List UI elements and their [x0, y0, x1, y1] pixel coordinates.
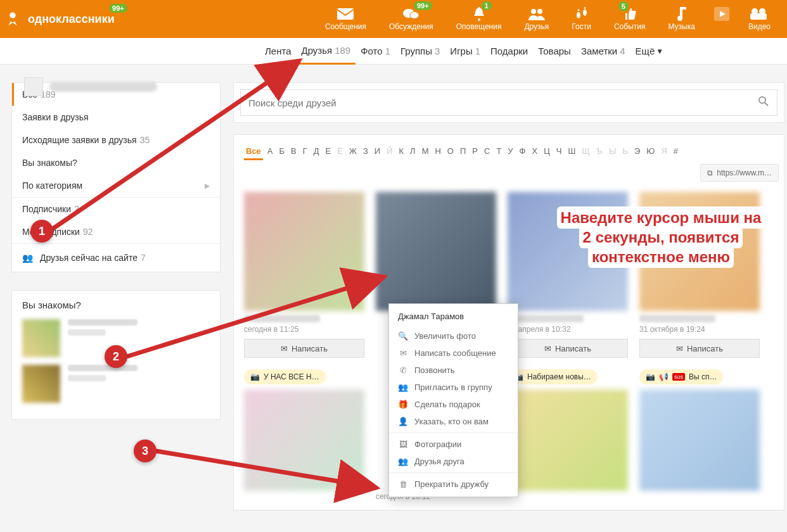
- nav-label: Обсуждения: [389, 22, 433, 31]
- familiar-suggestion[interactable]: [22, 319, 210, 357]
- write-button[interactable]: ✉Написать: [639, 339, 760, 358]
- tab-goods[interactable]: Товары: [533, 38, 576, 65]
- sidebar-item-my-subs[interactable]: Мои подписки92: [12, 220, 220, 243]
- ctx-unfriend[interactable]: 🗑Прекратить дружбу: [389, 476, 518, 493]
- friend-card[interactable]: сегодня в 11:25 ✉Написать 📷У НАС ВСЕ Н…: [244, 192, 364, 501]
- search-field[interactable]: [240, 89, 777, 116]
- group-icon: 👥: [398, 383, 408, 392]
- alpha-letter[interactable]: С: [482, 144, 492, 160]
- alpha-letter: Ы: [607, 144, 618, 160]
- play-icon: [713, 7, 731, 21]
- envelope-icon: ✉: [398, 348, 408, 358]
- friend-card[interactable]: 20 апреля в 10:32 ✉Написать 📷Набираем но…: [508, 192, 628, 501]
- tab-notes[interactable]: Заметки4: [576, 38, 630, 65]
- ctx-relation[interactable]: 👤Указать, кто он вам: [389, 413, 518, 430]
- alpha-letter[interactable]: Ч: [554, 144, 564, 160]
- alpha-letter[interactable]: Все: [244, 144, 263, 160]
- profile-mini[interactable]: [24, 77, 157, 96]
- tab-more[interactable]: Ещё▼: [630, 38, 669, 65]
- alpha-letter[interactable]: О: [445, 144, 456, 160]
- alpha-letter[interactable]: И: [373, 144, 382, 160]
- alpha-letter[interactable]: А: [266, 144, 275, 160]
- alpha-letter[interactable]: Э: [632, 144, 642, 160]
- avatar: [22, 319, 60, 357]
- avatar: [22, 365, 60, 403]
- sidebar-item-familiar[interactable]: Вы знакомы?: [12, 151, 220, 174]
- ctx-write-msg[interactable]: ✉Написать сообщение: [389, 345, 518, 362]
- nav-play[interactable]: [707, 3, 737, 35]
- ctx-friends-of-friend[interactable]: 👥Друзья друга: [389, 453, 518, 470]
- ctx-gift[interactable]: 🎁Сделать подарок: [389, 396, 518, 413]
- alpha-letter: Я: [659, 144, 669, 160]
- photos-icon: 🖼: [398, 440, 408, 449]
- sidebar-item-categories[interactable]: По категориям▶: [12, 174, 220, 197]
- alpha-letter[interactable]: Ш: [566, 144, 577, 160]
- alpha-letter: Ъ: [594, 144, 605, 160]
- alpha-letter[interactable]: Д: [312, 144, 321, 160]
- svg-point-7: [577, 12, 580, 18]
- profile-name-blur: [49, 82, 157, 92]
- ctx-call[interactable]: ✆Позвонить: [389, 362, 518, 379]
- tab-games[interactable]: Игры1: [445, 38, 485, 65]
- friends-list-block: ВсеАБВГДЕЁЖЗИЙКЛМНОПРСТУФХЦЧШЩЪЫЬЭЮЯ# ⧉ …: [233, 134, 784, 510]
- alpha-letter[interactable]: #: [672, 144, 680, 160]
- alpha-letter: Ё: [335, 144, 345, 160]
- alpha-letter[interactable]: У: [506, 144, 515, 160]
- tab-friends[interactable]: Друзья189: [297, 38, 356, 65]
- ctx-invite-group[interactable]: 👥Пригласить в группу: [389, 379, 518, 396]
- alpha-letter[interactable]: М: [420, 144, 431, 160]
- status-pill[interactable]: 📷Набираем новы…: [508, 369, 598, 384]
- svg-point-6: [537, 9, 542, 14]
- sidebar-item-subscribers[interactable]: Подписчики2: [12, 198, 220, 220]
- ctx-photos[interactable]: 🖼Фотографии: [389, 436, 518, 453]
- nav-music[interactable]: Музыка: [656, 3, 706, 35]
- envelope-icon: ✉: [281, 344, 288, 353]
- svg-point-0: [10, 13, 15, 18]
- friend-card[interactable]: 31 октября в 19:24 ✉Написать 📷📢sosВы сп…: [639, 192, 760, 501]
- trash-icon: 🗑: [398, 479, 408, 489]
- alpha-letter[interactable]: К: [397, 144, 406, 160]
- sidebar-item-requests[interactable]: Заявки в друзья: [12, 106, 220, 129]
- alpha-letter[interactable]: Ю: [644, 144, 656, 160]
- alpha-letter[interactable]: В: [289, 144, 298, 160]
- sidebar-item-outgoing[interactable]: Исходящие заявки в друзья35: [12, 129, 220, 151]
- alpha-letter[interactable]: Р: [470, 144, 480, 160]
- alpha-letter[interactable]: Е: [324, 144, 333, 160]
- tab-gifts[interactable]: Подарки: [485, 38, 533, 65]
- alpha-letter[interactable]: Л: [408, 144, 418, 160]
- tab-photo[interactable]: Фото1: [355, 38, 395, 65]
- alpha-letter[interactable]: Ц: [542, 144, 552, 160]
- write-button[interactable]: ✉Написать: [508, 339, 628, 358]
- nav-video[interactable]: Видео: [737, 3, 782, 35]
- alpha-letter[interactable]: Г: [301, 144, 309, 160]
- logo[interactable]: одноклассники 99+: [3, 9, 115, 29]
- nav-alerts[interactable]: 1 Оповещения: [445, 3, 513, 35]
- tab-groups[interactable]: Группы3: [395, 38, 445, 65]
- tab-feed[interactable]: Лента: [260, 38, 297, 65]
- alpha-letter[interactable]: П: [458, 144, 468, 160]
- alpha-letter[interactable]: Т: [494, 144, 503, 160]
- nav-events[interactable]: 5 События: [603, 3, 657, 35]
- friend-name: [508, 315, 584, 322]
- nav-discussions[interactable]: 99+ Обсуждения: [378, 3, 445, 35]
- nav-messages[interactable]: Сообщения: [314, 3, 378, 35]
- nav-label: Видео: [748, 22, 771, 31]
- sidebar-item-online[interactable]: 👥 Друзья сейчас на сайте7: [12, 244, 220, 272]
- users-small-icon: 👥: [22, 253, 34, 263]
- familiar-suggestion[interactable]: [22, 365, 210, 403]
- search-input[interactable]: [248, 98, 758, 108]
- alpha-letter[interactable]: З: [361, 144, 370, 160]
- status-pill[interactable]: 📷📢sosВы сп…: [639, 369, 723, 384]
- ctx-zoom-photo[interactable]: 🔍Увеличить фото: [389, 327, 518, 345]
- alpha-letter[interactable]: Ж: [347, 144, 359, 160]
- write-button[interactable]: ✉Написать: [244, 339, 364, 358]
- search-icon[interactable]: [758, 96, 769, 110]
- status-pill[interactable]: 📷У НАС ВСЕ Н…: [244, 369, 326, 384]
- alpha-letter[interactable]: Ф: [518, 144, 528, 160]
- nav-guests[interactable]: Гости: [560, 3, 603, 35]
- url-chip[interactable]: ⧉ https://www.m…: [700, 164, 779, 182]
- alpha-letter[interactable]: Н: [433, 144, 442, 160]
- alpha-letter[interactable]: Х: [530, 144, 540, 160]
- nav-friends[interactable]: Друзья: [513, 3, 560, 35]
- alpha-letter[interactable]: Б: [278, 144, 287, 160]
